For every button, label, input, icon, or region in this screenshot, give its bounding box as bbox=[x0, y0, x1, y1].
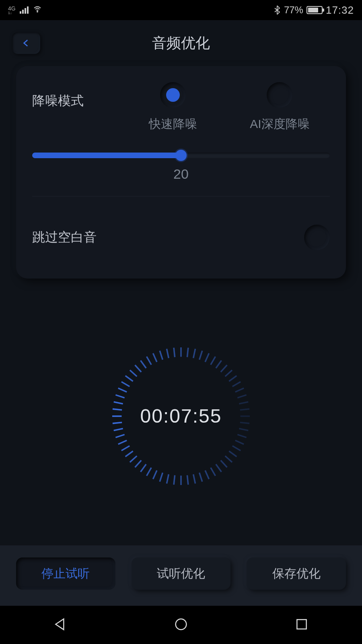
svg-line-30 bbox=[187, 475, 188, 484]
status-bar: 4G 1↓ 77% 17:32 bbox=[0, 0, 362, 20]
svg-line-28 bbox=[200, 473, 202, 481]
nav-home-button[interactable] bbox=[173, 616, 189, 634]
triangle-back-icon bbox=[52, 616, 68, 632]
back-button[interactable] bbox=[12, 32, 40, 54]
svg-line-55 bbox=[140, 360, 146, 368]
svg-line-22 bbox=[229, 451, 237, 456]
svg-line-38 bbox=[135, 460, 142, 467]
svg-line-10 bbox=[229, 376, 237, 381]
svg-rect-62 bbox=[297, 619, 306, 629]
svg-line-48 bbox=[114, 402, 123, 404]
svg-line-35 bbox=[153, 470, 157, 479]
svg-line-19 bbox=[237, 434, 246, 437]
circle-home-icon bbox=[173, 616, 189, 632]
wifi-icon bbox=[33, 4, 42, 16]
skip-silence-row: 跳过空白音 bbox=[32, 217, 330, 254]
option-label: AI深度降噪 bbox=[250, 116, 309, 132]
network-sublabel: 1↓ bbox=[8, 11, 16, 15]
radio-icon bbox=[267, 82, 292, 108]
svg-line-58 bbox=[160, 351, 162, 359]
svg-line-24 bbox=[221, 460, 227, 467]
svg-line-20 bbox=[235, 440, 244, 444]
button-label: 停止试听 bbox=[41, 566, 90, 582]
svg-line-23 bbox=[225, 456, 232, 462]
svg-line-29 bbox=[193, 474, 195, 483]
divider bbox=[32, 196, 330, 196]
svg-line-37 bbox=[140, 464, 146, 472]
timer-dial: 00:07:55 bbox=[109, 344, 253, 489]
slider-thumb[interactable] bbox=[175, 150, 187, 161]
slider-fill bbox=[32, 153, 181, 158]
bottom-action-bar: 停止试听 试听优化 保存优化 bbox=[0, 545, 362, 606]
svg-line-47 bbox=[113, 409, 122, 410]
svg-line-56 bbox=[147, 356, 152, 364]
timer-display: 00:07:55 bbox=[140, 405, 222, 427]
skip-silence-label: 跳过空白音 bbox=[32, 229, 97, 246]
bluetooth-icon bbox=[274, 5, 281, 15]
stop-preview-button[interactable]: 停止试听 bbox=[16, 557, 115, 590]
svg-line-21 bbox=[232, 446, 241, 450]
nav-back-button[interactable] bbox=[52, 616, 68, 634]
option-fast-denoise[interactable]: 快速降噪 bbox=[149, 82, 197, 132]
svg-line-36 bbox=[147, 467, 152, 475]
svg-line-43 bbox=[115, 434, 124, 437]
svg-line-54 bbox=[135, 365, 142, 372]
android-nav-bar bbox=[0, 606, 362, 644]
preview-optimize-button[interactable]: 试听优化 bbox=[132, 557, 231, 590]
battery-icon bbox=[306, 6, 323, 14]
timer-area: 00:07:55 bbox=[0, 287, 362, 545]
option-ai-denoise[interactable]: AI深度降噪 bbox=[250, 82, 309, 132]
svg-line-3 bbox=[193, 349, 195, 358]
svg-line-2 bbox=[187, 347, 188, 357]
noise-mode-row: 降噪模式 快速降噪 AI深度降噪 bbox=[32, 82, 330, 132]
button-label: 试听优化 bbox=[157, 566, 205, 582]
svg-line-53 bbox=[130, 370, 137, 376]
svg-point-0 bbox=[37, 11, 38, 12]
battery-fill bbox=[308, 8, 318, 12]
svg-line-50 bbox=[118, 388, 127, 392]
svg-line-40 bbox=[125, 451, 133, 456]
svg-line-34 bbox=[160, 473, 162, 481]
chevron-left-icon bbox=[21, 38, 31, 48]
svg-line-49 bbox=[115, 395, 124, 398]
slider-value: 20 bbox=[173, 166, 189, 182]
svg-line-9 bbox=[225, 370, 232, 376]
svg-line-12 bbox=[235, 388, 244, 392]
clock: 17:32 bbox=[326, 4, 354, 17]
save-optimize-button[interactable]: 保存优化 bbox=[247, 557, 346, 590]
svg-line-42 bbox=[118, 440, 127, 444]
svg-line-8 bbox=[221, 365, 227, 372]
noise-mode-options: 快速降噪 AI深度降噪 bbox=[129, 82, 330, 132]
svg-line-45 bbox=[113, 422, 122, 423]
skip-silence-toggle[interactable] bbox=[304, 225, 330, 250]
svg-line-18 bbox=[239, 428, 248, 430]
noise-slider: 20 bbox=[32, 153, 330, 182]
svg-line-52 bbox=[125, 376, 133, 381]
header: 音频优化 bbox=[0, 20, 362, 66]
svg-line-13 bbox=[237, 395, 246, 398]
svg-point-61 bbox=[176, 619, 187, 630]
status-left: 4G 1↓ bbox=[8, 4, 42, 16]
svg-line-15 bbox=[240, 409, 249, 410]
square-recent-icon bbox=[294, 616, 310, 632]
radio-icon bbox=[160, 82, 186, 108]
signal-icon bbox=[20, 6, 29, 14]
svg-line-57 bbox=[153, 353, 157, 361]
nav-recent-button[interactable] bbox=[294, 616, 310, 634]
option-label: 快速降噪 bbox=[149, 116, 197, 132]
network-indicator: 4G 1↓ bbox=[8, 6, 16, 15]
svg-line-5 bbox=[205, 353, 209, 361]
slider-track[interactable] bbox=[32, 153, 330, 158]
button-label: 保存优化 bbox=[272, 566, 321, 582]
svg-line-7 bbox=[216, 360, 222, 368]
svg-line-4 bbox=[200, 351, 202, 359]
svg-line-60 bbox=[174, 347, 175, 357]
status-right: 77% 17:32 bbox=[274, 4, 354, 17]
svg-line-33 bbox=[167, 474, 169, 483]
svg-line-14 bbox=[239, 402, 248, 404]
svg-line-39 bbox=[130, 456, 137, 462]
svg-line-27 bbox=[205, 470, 209, 479]
svg-line-32 bbox=[174, 475, 175, 484]
settings-card: 降噪模式 快速降噪 AI深度降噪 20 跳过空白音 bbox=[16, 66, 346, 279]
page-title: 音频优化 bbox=[152, 33, 210, 53]
